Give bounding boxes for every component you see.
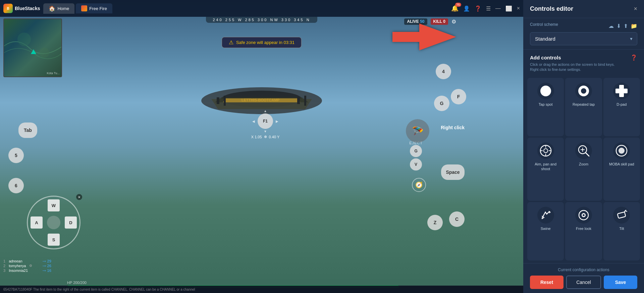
- control-tap-spot[interactable]: Tap spot: [527, 78, 564, 136]
- dpad-close-icon[interactable]: ✕: [76, 194, 82, 200]
- tilt-icon: [613, 207, 630, 224]
- repeated-tap-icon: [575, 83, 592, 99]
- dpad-a-key[interactable]: A: [31, 216, 43, 229]
- reset-button[interactable]: Reset: [530, 276, 564, 289]
- f1-button[interactable]: F1: [258, 113, 273, 129]
- button-tab[interactable]: Tab: [18, 123, 37, 138]
- safe-zone-banner: ⚠ Safe zone will appear in 03:31: [222, 37, 302, 48]
- tilt-label: Tilt: [619, 226, 624, 231]
- bluestacks-icon: B: [3, 4, 13, 13]
- free-look-icon: [575, 207, 592, 224]
- download-icon[interactable]: ⬇: [616, 23, 621, 29]
- skydiver-icon: 🪂: [406, 119, 429, 143]
- profile-button[interactable]: 👤: [463, 5, 470, 12]
- tab-home[interactable]: 🏠 Home: [43, 3, 74, 14]
- upload-icon[interactable]: ⬆: [624, 23, 628, 29]
- control-free-look[interactable]: Free look: [565, 202, 602, 260]
- button-f[interactable]: F: [451, 89, 466, 104]
- bottom-bar: 65427BA7118040F The first item to the ri…: [0, 286, 523, 293]
- moba-skill-pad-icon: [613, 142, 630, 159]
- svg-text:LETTHIS-BOOTCAMP: LETTHIS-BOOTCAMP: [241, 98, 280, 102]
- eject-g-button[interactable]: G: [410, 145, 422, 157]
- dpad-icon: [613, 83, 630, 99]
- control-zoom[interactable]: Zoom: [565, 138, 602, 201]
- score-row-1: 1 adreean 🡒 29: [3, 259, 51, 263]
- control-aim-pan-shoot[interactable]: Aim, pan and shoot: [527, 138, 564, 201]
- svg-point-15: [581, 88, 586, 94]
- notifications-button[interactable]: 🔔 75: [451, 5, 459, 12]
- eject-area: EJECT G V: [409, 141, 423, 170]
- cloud-upload-icon[interactable]: ☁: [608, 23, 614, 29]
- dpad-w-key[interactable]: W: [48, 199, 60, 211]
- tab-home-label: Home: [57, 6, 69, 11]
- folder-icon[interactable]: 📁: [631, 23, 637, 29]
- scheme-select-wrapper[interactable]: Standard ▼: [530, 32, 637, 45]
- zoom-label: Zoom: [579, 162, 588, 166]
- svg-marker-6: [215, 97, 309, 102]
- dpad-label: D-pad: [616, 102, 627, 107]
- panel-close-button[interactable]: ×: [634, 5, 637, 12]
- app-logo: B BlueStacks: [3, 4, 40, 13]
- hp-label: HP 200/200: [67, 281, 399, 285]
- eject-v-button[interactable]: V: [410, 158, 422, 170]
- eject-buttons: G V: [409, 145, 423, 170]
- tap-spot-icon: [537, 83, 554, 99]
- button-space[interactable]: Space: [441, 164, 465, 180]
- right-click-label: Right click: [441, 125, 465, 130]
- svg-point-0: [17, 33, 31, 46]
- minimap: Kota Tu...: [3, 18, 62, 77]
- scheme-label: Control scheme: [530, 22, 558, 27]
- control-moba-skill-pad[interactable]: MOBA skill pad: [603, 138, 640, 201]
- topbar-right: 🔔 75 👤 ❓ ☰ — ⬜ ×: [451, 5, 520, 12]
- tap-spot-label: Tap spot: [539, 102, 553, 107]
- dpad-center: [47, 216, 60, 229]
- button-c[interactable]: C: [449, 211, 465, 227]
- free-look-label: Free look: [576, 226, 591, 231]
- add-controls-section: Add controls ❓ Click or drag the actions…: [523, 50, 644, 75]
- top-bar: B BlueStacks 🏠 Home Free Fire 🔔 75 👤 ❓ ☰…: [0, 0, 523, 17]
- dpad-s-key[interactable]: S: [48, 234, 60, 246]
- scoreboard: 1 adreean 🡒 29 2 tomyherya ⚙ 🡒 26 3 Inso…: [3, 259, 51, 273]
- scheme-select[interactable]: Standard: [530, 32, 637, 45]
- help-circle-icon[interactable]: ❓: [631, 54, 637, 61]
- tab-game[interactable]: Free Fire: [76, 3, 112, 13]
- scheme-action-icons: ☁ ⬇ ⬆ 📁: [608, 23, 637, 29]
- y-coord: 0.40 Y: [269, 135, 280, 139]
- swine-icon: [537, 207, 554, 224]
- button-4[interactable]: 4: [436, 64, 451, 79]
- x-coord: X 1.05: [251, 135, 262, 139]
- svg-marker-5: [211, 99, 312, 109]
- panel-header: Controls editor ×: [523, 0, 644, 18]
- minimize-button[interactable]: —: [495, 5, 501, 11]
- save-button[interactable]: Save: [604, 276, 637, 289]
- panel-title: Controls editor: [530, 5, 573, 12]
- controls-panel: Controls editor × Control scheme ☁ ⬇ ⬆ 📁…: [523, 0, 644, 293]
- tab-game-label: Free Fire: [89, 6, 107, 11]
- control-repeated-tap[interactable]: Repeated tap: [565, 78, 602, 136]
- swine-label: Swine: [541, 226, 551, 231]
- dpad-circle: W S A D ✕: [27, 196, 80, 249]
- button-5[interactable]: 5: [8, 148, 24, 163]
- dpad-d-key[interactable]: D: [65, 216, 77, 229]
- button-g[interactable]: G: [434, 96, 449, 111]
- close-button[interactable]: ×: [517, 5, 520, 11]
- control-swine[interactable]: Swine: [527, 202, 564, 260]
- menu-button[interactable]: ☰: [486, 5, 491, 12]
- button-z[interactable]: Z: [427, 215, 443, 230]
- control-tilt[interactable]: Tilt: [603, 202, 640, 260]
- svg-rect-17: [619, 93, 624, 97]
- footer-text: Current configuration actions: [530, 267, 637, 272]
- svg-rect-16: [619, 85, 624, 89]
- control-dpad[interactable]: D-pad: [603, 78, 640, 136]
- button-6[interactable]: 6: [8, 178, 24, 193]
- svg-point-32: [619, 148, 625, 154]
- score-row-2: 2 tomyherya ⚙ 🡒 26: [3, 263, 51, 268]
- cancel-button[interactable]: Cancel: [566, 276, 601, 289]
- maximize-button[interactable]: ⬜: [505, 5, 512, 12]
- svg-point-13: [540, 86, 551, 96]
- svg-point-36: [583, 214, 585, 216]
- compass-circle-icon: 🧭: [412, 178, 426, 192]
- dpad[interactable]: W S A D ✕: [27, 196, 80, 249]
- game-icon: [81, 5, 87, 11]
- help-button[interactable]: ❓: [475, 5, 481, 12]
